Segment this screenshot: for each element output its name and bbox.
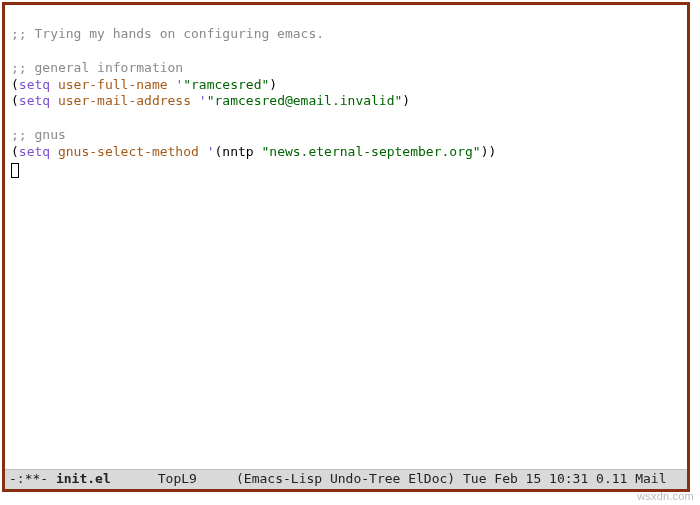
var-user-full-name: user-full-name <box>58 77 168 92</box>
modeline-mail: Mail <box>627 471 666 488</box>
close-paren: ) <box>269 77 277 92</box>
modes-close: ) <box>447 471 455 488</box>
gap <box>111 471 158 488</box>
keyword-setq: setq <box>19 77 50 92</box>
mode-line[interactable]: -:**- init.el Top L9 (Emacs-Lisp Undo-Tr… <box>5 469 687 489</box>
var-gnus-select-method: gnus-select-method <box>58 144 199 159</box>
symbol-nntp: nntp <box>222 144 253 159</box>
close-paren: ) <box>402 93 410 108</box>
keyword-setq: setq <box>19 93 50 108</box>
var-user-mail-address: user-mail-address <box>58 93 191 108</box>
modeline-flags: -:**- <box>9 471 56 488</box>
modeline-modes: Emacs-Lisp Undo-Tree ElDoc <box>244 471 448 488</box>
buffer-name: init.el <box>56 471 111 488</box>
close-paren: ) <box>488 144 496 159</box>
modeline-line: L9 <box>181 471 197 488</box>
quote-char: ' <box>207 144 215 159</box>
comment-line: ;; Trying my hands on configuring emacs. <box>11 26 324 41</box>
string-literal: "ramcesred" <box>183 77 269 92</box>
string-literal: "ramcesred@email.invalid" <box>207 93 403 108</box>
gap <box>197 471 236 488</box>
open-paren: ( <box>11 77 19 92</box>
comment-line: ;; general information <box>11 60 183 75</box>
open-paren: ( <box>11 93 19 108</box>
emacs-frame: ;; Trying my hands on configuring emacs.… <box>2 2 690 492</box>
string-literal: "news.eternal-september.org" <box>261 144 480 159</box>
watermark: wsxdn.com <box>637 489 694 503</box>
keyword-setq: setq <box>19 144 50 159</box>
modes-open: ( <box>236 471 244 488</box>
modeline-load: 0.11 <box>596 471 627 488</box>
comment-line: ;; gnus <box>11 127 66 142</box>
text-cursor <box>11 163 19 178</box>
modeline-datetime: Tue Feb 15 10:31 <box>455 471 596 488</box>
editor-buffer[interactable]: ;; Trying my hands on configuring emacs.… <box>5 5 687 469</box>
quote-char: ' <box>199 93 207 108</box>
modeline-position: Top <box>158 471 181 488</box>
open-paren: ( <box>11 144 19 159</box>
